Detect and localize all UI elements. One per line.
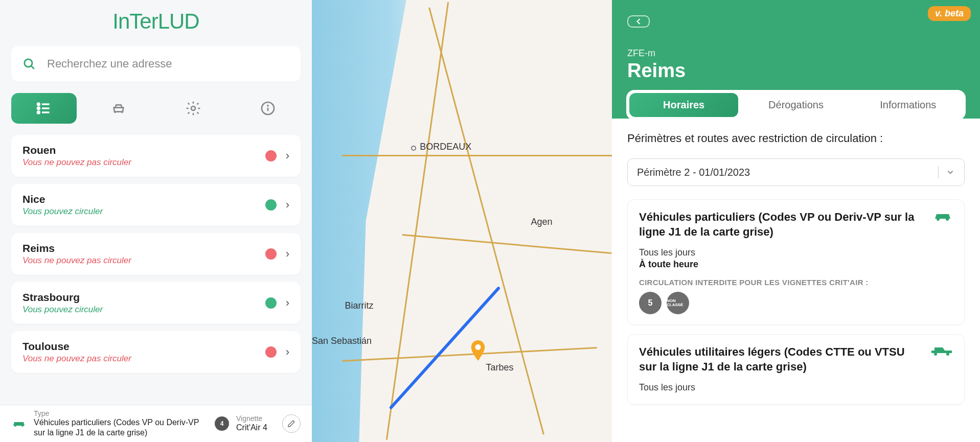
car-icon bbox=[11, 418, 27, 429]
status-dot bbox=[265, 248, 277, 260]
tab-vehicle[interactable] bbox=[86, 93, 151, 124]
chevron-right-icon: › bbox=[286, 149, 289, 162]
arrow-left-icon bbox=[633, 16, 644, 27]
vehicle-hours: À toute heure bbox=[639, 259, 953, 270]
svg-point-14 bbox=[946, 218, 949, 221]
svg-point-6 bbox=[37, 111, 39, 113]
divider bbox=[938, 166, 939, 178]
svg-point-15 bbox=[934, 353, 937, 356]
city-status: Vous pouvez circuler bbox=[22, 305, 103, 315]
vehicle-days: Tous les jours bbox=[639, 247, 953, 258]
status-dot bbox=[265, 346, 277, 358]
detail-body: Périmètres et routes avec restriction de… bbox=[612, 119, 980, 442]
back-button[interactable] bbox=[627, 15, 650, 28]
map-label-san-sebastian: San Sebastián bbox=[312, 336, 372, 346]
tab-list[interactable] bbox=[11, 93, 77, 124]
detail-tabs: Horaires Dérogations Informations bbox=[626, 90, 966, 120]
vehicle-card: Véhicules particuliers (Codes VP ou Deri… bbox=[627, 199, 965, 325]
critair-badges: 5 NON CLASSÉ bbox=[639, 292, 953, 314]
city-name: Toulouse bbox=[22, 340, 131, 353]
svg-point-4 bbox=[37, 107, 39, 109]
map-label-tarbes: Tarbes bbox=[486, 362, 513, 373]
zone-title: Reims bbox=[627, 60, 965, 82]
pencil-icon bbox=[287, 420, 295, 428]
chevron-right-icon: › bbox=[286, 198, 289, 212]
map-road bbox=[402, 234, 612, 254]
map-label-bordeaux: BORDEAUX bbox=[420, 142, 471, 152]
map-road bbox=[386, 2, 449, 440]
svg-point-8 bbox=[191, 106, 195, 110]
svg-point-11 bbox=[267, 105, 268, 106]
city-card-toulouse[interactable]: Toulouse Vous ne pouvez pas circuler › bbox=[11, 331, 301, 373]
city-status: Vous ne pouvez pas circuler bbox=[22, 255, 131, 266]
status-dot bbox=[265, 297, 277, 309]
status-dot bbox=[265, 199, 277, 211]
left-tabbar bbox=[0, 93, 312, 135]
car-icon bbox=[932, 210, 953, 222]
vignette-badge: 4 bbox=[215, 416, 229, 431]
logo: InTerLUD bbox=[0, 0, 312, 46]
status-dot bbox=[265, 150, 277, 161]
beta-badge: v. beta bbox=[928, 6, 971, 21]
search-icon bbox=[22, 57, 36, 71]
city-status: Vous ne pouvez pas circuler bbox=[22, 354, 131, 364]
sidebar-left: InTerLUD Rouen Vous ne po bbox=[0, 0, 312, 442]
vehicle-card-title: Véhicules utilitaires légers (Codes CTTE… bbox=[639, 345, 922, 374]
vignette-label: Vignette bbox=[236, 414, 267, 423]
critair-badge-5: 5 bbox=[639, 292, 662, 314]
tab-settings[interactable] bbox=[161, 93, 226, 124]
search-bar[interactable] bbox=[11, 46, 301, 82]
city-card-nice[interactable]: Nice Vous pouvez circuler › bbox=[11, 184, 301, 226]
detail-panel: v. beta ZFE-m Reims Horaires Dérogations… bbox=[612, 0, 980, 442]
svg-point-0 bbox=[25, 59, 32, 67]
city-card-rouen[interactable]: Rouen Vous ne pouvez pas circuler › bbox=[11, 135, 301, 177]
vehicle-days: Tous les jours bbox=[639, 382, 953, 393]
critair-badge-nc: NON CLASSÉ bbox=[667, 292, 689, 314]
map-pin[interactable] bbox=[471, 340, 485, 361]
map-road bbox=[342, 347, 597, 362]
city-card-reims[interactable]: Reims Vous ne pouvez pas circuler › bbox=[11, 233, 301, 275]
map-label-agen: Agen bbox=[531, 217, 553, 227]
tab-info[interactable] bbox=[235, 93, 301, 124]
map-label-biarritz: Biarritz bbox=[345, 300, 374, 311]
search-input[interactable] bbox=[47, 57, 289, 71]
chevron-right-icon: › bbox=[286, 247, 289, 261]
logo-text: InTerLUD bbox=[112, 9, 199, 34]
list-icon bbox=[36, 100, 52, 117]
city-card-strasbourg[interactable]: Strasbourg Vous pouvez circuler › bbox=[11, 282, 301, 324]
pickup-icon bbox=[930, 345, 953, 357]
chevron-right-icon: › bbox=[286, 345, 289, 359]
perimeter-value: Périmètre 2 - 01/01/2023 bbox=[637, 167, 750, 178]
svg-point-2 bbox=[37, 103, 39, 105]
car-icon bbox=[110, 100, 127, 117]
edit-vehicle-button[interactable] bbox=[282, 414, 301, 433]
gear-icon bbox=[185, 100, 201, 117]
city-list: Rouen Vous ne pouvez pas circuler › Nice… bbox=[0, 135, 312, 405]
tab-horaires[interactable]: Horaires bbox=[629, 93, 738, 117]
map-sea bbox=[312, 0, 447, 442]
svg-point-12 bbox=[475, 344, 481, 350]
tab-derogations[interactable]: Dérogations bbox=[741, 93, 850, 117]
pin-icon bbox=[471, 340, 485, 361]
type-label: Type bbox=[34, 409, 208, 417]
chevron-right-icon: › bbox=[286, 296, 289, 310]
svg-line-1 bbox=[31, 66, 34, 68]
city-status: Vous pouvez circuler bbox=[22, 206, 103, 217]
map-road bbox=[342, 155, 612, 156]
city-name: Nice bbox=[22, 193, 103, 205]
vignette-value: Crit'Air 4 bbox=[236, 423, 267, 433]
svg-point-16 bbox=[946, 353, 949, 356]
zone-type: ZFE-m bbox=[627, 48, 965, 59]
chevron-down-icon bbox=[946, 168, 955, 177]
tab-informations[interactable]: Informations bbox=[854, 93, 963, 117]
city-name: Reims bbox=[22, 242, 131, 254]
svg-point-13 bbox=[937, 218, 940, 221]
vehicle-summary-bar: Type Véhicules particuliers (Codes VP ou… bbox=[0, 405, 312, 442]
city-name: Strasbourg bbox=[22, 291, 103, 304]
city-status: Vous ne pouvez pas circuler bbox=[22, 157, 131, 168]
map-city-dot bbox=[411, 146, 416, 151]
critair-label: CIRCULATION INTERDITE POUR LES VIGNETTES… bbox=[639, 278, 953, 287]
city-name: Rouen bbox=[22, 144, 131, 156]
map[interactable]: BORDEAUX Agen Biarritz San Sebastián Tar… bbox=[312, 0, 612, 442]
perimeter-select[interactable]: Périmètre 2 - 01/01/2023 bbox=[627, 158, 965, 186]
